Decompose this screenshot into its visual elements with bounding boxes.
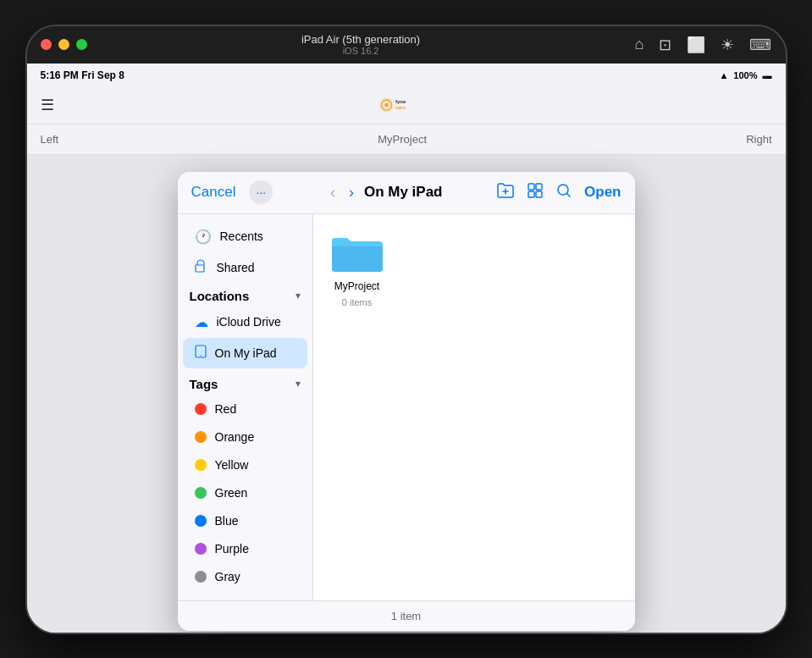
rotate-icon[interactable]: ⬜ — [687, 36, 705, 54]
svg-rect-10 — [196, 265, 204, 272]
left-label: Left — [41, 133, 59, 146]
tag-dot-purple — [195, 543, 207, 555]
files-grid: MyProject 0 items — [330, 231, 618, 583]
forward-button[interactable]: › — [345, 184, 357, 202]
more-button[interactable]: ··· — [249, 180, 273, 204]
sidebar: 🕐 Recents Shared — [178, 214, 313, 600]
sidebar-item-tag-gray[interactable]: Gray — [183, 563, 307, 590]
on-my-ipad-label: On My iPad — [215, 346, 277, 360]
sidebar-item-tag-yellow[interactable]: Yellow — [183, 451, 307, 478]
tags-list: Red Orange Yellow Green Blue Purple Gray — [178, 395, 312, 590]
status-right: ▲ 100% ▬ — [719, 70, 771, 80]
cancel-button[interactable]: Cancel — [191, 184, 236, 201]
svg-point-2 — [384, 103, 389, 108]
battery-icon: ▬ — [763, 70, 772, 80]
picker-header: Cancel ··· ‹ › On My iPad — [178, 172, 635, 214]
sidebar-item-on-my-ipad[interactable]: On My iPad — [183, 338, 307, 368]
brightness-icon[interactable]: ☀ — [721, 36, 734, 54]
new-folder-icon[interactable] — [496, 182, 515, 203]
sidebar-item-tag-green[interactable]: Green — [183, 479, 307, 506]
svg-point-12 — [200, 355, 202, 357]
svg-rect-8 — [536, 191, 542, 197]
home-icon[interactable]: ⌂ — [635, 36, 644, 53]
ipad-screen: 5:16 PM Fri Sep 8 ▲ 100% ▬ ☰ fyne labs — [27, 64, 786, 633]
folder-item-myproject[interactable]: MyProject 0 items — [330, 231, 384, 583]
tag-label-red: Red — [215, 402, 237, 416]
toolbar-icons: ⌂ ⊡ ⬜ ☀ ⌨ — [635, 36, 772, 54]
app-logo-area: fyne labs — [378, 93, 428, 117]
app-bar: ☰ fyne labs — [27, 87, 786, 124]
secondary-bar: Left MyProject Right — [27, 124, 786, 155]
locations-title: Locations — [190, 289, 250, 303]
device-name: iPad Air (5th generation) — [301, 33, 420, 46]
header-left: Cancel ··· — [191, 180, 273, 204]
sidebar-item-icloud[interactable]: ☁ iCloud Drive — [183, 307, 307, 337]
fyne-logo: fyne labs — [378, 93, 428, 117]
tag-label-purple: Purple — [215, 542, 249, 556]
file-area: MyProject 0 items — [313, 214, 635, 600]
nav-buttons: ‹ › On My iPad — [327, 184, 443, 202]
sidebar-item-recents[interactable]: 🕐 Recents — [183, 222, 307, 252]
right-label: Right — [746, 133, 771, 146]
tag-label-yellow: Yellow — [215, 458, 249, 472]
status-time: 5:16 PM Fri Sep 8 — [41, 69, 124, 81]
tags-chevron: ▾ — [296, 378, 301, 390]
shared-label: Shared — [217, 261, 255, 274]
tag-dot-gray — [195, 571, 207, 583]
location-title: On My iPad — [364, 184, 443, 202]
locations-section: Locations ▾ ☁ iCloud Drive — [178, 284, 312, 368]
maximize-button[interactable] — [76, 39, 87, 50]
sidebar-item-tag-orange[interactable]: Orange — [183, 423, 307, 451]
back-button[interactable]: ‹ — [327, 184, 339, 202]
ios-version: iOS 16.2 — [301, 46, 420, 56]
ipad-icon — [195, 345, 207, 362]
open-button[interactable]: Open — [584, 184, 621, 201]
locations-header[interactable]: Locations ▾ — [178, 284, 312, 307]
folder-icon — [330, 231, 384, 275]
keyboard-icon[interactable]: ⌨ — [749, 36, 771, 54]
tag-label-gray: Gray — [215, 570, 240, 583]
sidebar-item-shared[interactable]: Shared — [183, 252, 307, 283]
header-right: Open — [496, 182, 621, 203]
picker-body: 🕐 Recents Shared — [178, 214, 635, 600]
icloud-icon: ☁ — [195, 314, 208, 330]
battery-label: 100% — [733, 70, 757, 80]
sidebar-item-tag-red[interactable]: Red — [183, 395, 307, 423]
search-icon[interactable] — [555, 182, 572, 203]
shared-icon — [195, 259, 208, 276]
picker-footer: 1 item — [178, 600, 635, 631]
item-count: 1 item — [391, 610, 421, 622]
screenshot-icon[interactable]: ⊡ — [659, 36, 671, 54]
tag-dot-yellow — [195, 459, 207, 471]
title-bar: iPad Air (5th generation) iOS 16.2 ⌂ ⊡ ⬜… — [27, 26, 786, 64]
project-label: MyProject — [378, 133, 427, 146]
tag-dot-green — [195, 487, 207, 499]
tags-title: Tags — [190, 377, 218, 391]
tag-label-orange: Orange — [215, 430, 255, 444]
sidebar-item-tag-blue[interactable]: Blue — [183, 507, 307, 534]
svg-rect-5 — [528, 184, 534, 190]
close-button[interactable] — [41, 39, 52, 50]
status-bar: 5:16 PM Fri Sep 8 ▲ 100% ▬ — [27, 64, 786, 87]
tags-section: Tags ▾ Red Orange Yellow Green Blue — [178, 372, 312, 590]
tag-label-green: Green — [215, 486, 248, 500]
tag-dot-blue — [195, 515, 207, 527]
traffic-lights — [41, 39, 87, 50]
tag-dot-red — [195, 403, 207, 415]
svg-text:fyne: fyne — [395, 99, 406, 104]
minimize-button[interactable] — [58, 39, 69, 50]
svg-rect-7 — [528, 191, 534, 197]
grid-view-icon[interactable] — [527, 182, 544, 203]
device-frame: iPad Air (5th generation) iOS 16.2 ⌂ ⊡ ⬜… — [25, 25, 787, 634]
locations-chevron: ▾ — [296, 290, 301, 301]
icloud-label: iCloud Drive — [217, 315, 281, 329]
sidebar-item-tag-purple[interactable]: Purple — [183, 535, 307, 562]
file-picker: Cancel ··· ‹ › On My iPad — [178, 172, 635, 631]
recents-icon: 🕐 — [195, 229, 212, 245]
tag-dot-orange — [195, 431, 207, 443]
folder-name: MyProject — [334, 280, 379, 292]
svg-text:labs: labs — [395, 105, 406, 110]
main-content: Cancel ··· ‹ › On My iPad — [27, 155, 786, 633]
tags-header[interactable]: Tags ▾ — [178, 372, 312, 395]
hamburger-icon[interactable]: ☰ — [41, 96, 54, 114]
